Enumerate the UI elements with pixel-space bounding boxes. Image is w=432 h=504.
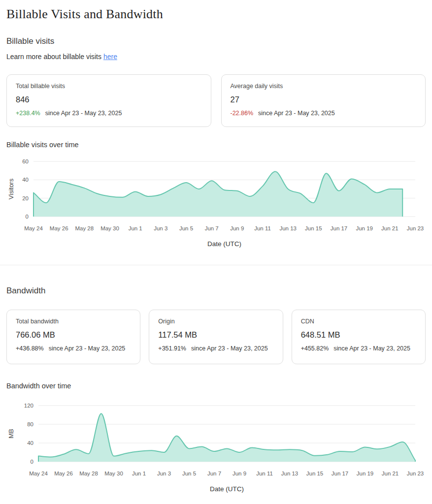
billable-visits-heading: Billable visits bbox=[6, 36, 426, 46]
page-title: Billable Visits and Bandwidth bbox=[6, 7, 426, 22]
learn-more-prefix: Learn more about billable visits bbox=[6, 53, 103, 61]
y-axis-title: MB bbox=[7, 429, 15, 439]
area-fill bbox=[33, 172, 402, 217]
svg-text:May 28: May 28 bbox=[75, 225, 94, 231]
svg-text:Jun 15: Jun 15 bbox=[306, 471, 324, 476]
delta-percent: +436.88% bbox=[16, 345, 44, 352]
card-label: Origin bbox=[158, 318, 273, 325]
svg-text:Jun 23: Jun 23 bbox=[407, 471, 424, 476]
svg-text:Jun 13: Jun 13 bbox=[281, 471, 299, 476]
svg-text:Jun 9: Jun 9 bbox=[230, 225, 244, 231]
delta-range: since Apr 23 - May 23, 2025 bbox=[191, 345, 268, 352]
delta-percent: +351.91% bbox=[158, 345, 186, 352]
visits-cards-row: Total billable visits 846 +238.4%since A… bbox=[6, 74, 426, 127]
billable-visits-chart: 0204060May 24May 26May 28May 30Jun 1Jun … bbox=[6, 156, 426, 252]
bandwidth-chart: 04080120May 24May 26May 28May 30Jun 1Jun… bbox=[6, 397, 426, 496]
bandwidth-cards-row: Total bandwidth 766.06 MB +436.88%since … bbox=[6, 310, 426, 364]
svg-text:40: 40 bbox=[22, 177, 29, 183]
total-bandwidth-card: Total bandwidth 766.06 MB +436.88%since … bbox=[6, 310, 140, 364]
cdn-bandwidth-card: CDN 648.51 MB +455.82%since Apr 23 - May… bbox=[292, 310, 426, 364]
svg-text:Jun 1: Jun 1 bbox=[132, 471, 146, 476]
x-axis-title: Date (UTC) bbox=[207, 240, 241, 248]
card-value: 117.54 MB bbox=[158, 330, 273, 340]
x-axis-title: Date (UTC) bbox=[210, 485, 244, 493]
svg-text:Jun 1: Jun 1 bbox=[129, 225, 142, 231]
svg-text:Jun 17: Jun 17 bbox=[331, 225, 348, 231]
svg-text:May 30: May 30 bbox=[100, 225, 119, 231]
svg-text:May 28: May 28 bbox=[79, 471, 98, 476]
y-tick-labels: 04080120 bbox=[24, 403, 33, 465]
dashboard-page: Billable Visits and Bandwidth Billable v… bbox=[0, 7, 432, 504]
area-fill bbox=[38, 413, 415, 462]
delta-percent: +455.82% bbox=[301, 345, 329, 352]
bandwidth-heading: Bandwidth bbox=[6, 286, 426, 296]
card-label: Total billable visits bbox=[16, 83, 202, 90]
svg-text:Jun 7: Jun 7 bbox=[205, 225, 219, 231]
y-tick-labels: 0204060 bbox=[22, 158, 29, 220]
card-delta: +351.91%since Apr 23 - May 23, 2025 bbox=[158, 345, 273, 352]
svg-text:Jun 23: Jun 23 bbox=[407, 225, 424, 231]
svg-text:Jun 9: Jun 9 bbox=[233, 471, 246, 476]
card-delta: -22.86%since Apr 23 - May 23, 2025 bbox=[231, 110, 417, 117]
svg-text:Jun 5: Jun 5 bbox=[182, 471, 196, 476]
card-value: 766.06 MB bbox=[16, 330, 131, 340]
svg-text:Jun 3: Jun 3 bbox=[157, 471, 171, 476]
card-label: CDN bbox=[301, 318, 416, 325]
card-value: 648.51 MB bbox=[301, 330, 416, 340]
svg-text:May 26: May 26 bbox=[50, 225, 68, 231]
svg-text:60: 60 bbox=[22, 158, 29, 164]
svg-text:40: 40 bbox=[27, 440, 33, 446]
visits-chart-title: Billable visits over time bbox=[6, 141, 426, 149]
svg-text:May 24: May 24 bbox=[29, 471, 48, 476]
y-axis-title: Visitors bbox=[7, 178, 15, 199]
svg-text:Jun 11: Jun 11 bbox=[256, 471, 273, 476]
card-delta: +436.88%since Apr 23 - May 23, 2025 bbox=[16, 345, 131, 352]
svg-text:May 26: May 26 bbox=[54, 471, 73, 476]
average-daily-visits-card: Average daily visits 27 -22.86%since Apr… bbox=[221, 74, 426, 127]
svg-text:Jun 15: Jun 15 bbox=[305, 225, 322, 231]
svg-text:Jun 3: Jun 3 bbox=[154, 225, 167, 231]
svg-text:May 24: May 24 bbox=[24, 225, 43, 231]
card-label: Average daily visits bbox=[231, 83, 417, 90]
card-value: 846 bbox=[16, 95, 202, 104]
svg-text:Jun 7: Jun 7 bbox=[207, 471, 221, 476]
card-value: 27 bbox=[231, 95, 417, 104]
total-billable-visits-card: Total billable visits 846 +238.4%since A… bbox=[6, 74, 211, 127]
delta-range: since Apr 23 - May 23, 2025 bbox=[333, 345, 410, 352]
svg-text:80: 80 bbox=[27, 421, 33, 427]
svg-text:0: 0 bbox=[31, 459, 33, 465]
svg-text:20: 20 bbox=[22, 195, 29, 201]
bandwidth-chart-title: Bandwidth over time bbox=[6, 382, 426, 390]
card-delta: +455.82%since Apr 23 - May 23, 2025 bbox=[301, 345, 416, 352]
learn-more-text: Learn more about billable visits here bbox=[6, 53, 426, 61]
x-tick-labels: May 24May 26May 28May 30Jun 1Jun 3Jun 5J… bbox=[24, 225, 424, 231]
learn-more-link[interactable]: here bbox=[103, 53, 117, 61]
svg-text:Jun 13: Jun 13 bbox=[279, 225, 297, 231]
svg-text:Jun 21: Jun 21 bbox=[381, 225, 399, 231]
delta-range: since Apr 23 - May 23, 2025 bbox=[45, 110, 122, 117]
svg-text:May 30: May 30 bbox=[104, 471, 123, 476]
delta-range: since Apr 23 - May 23, 2025 bbox=[49, 345, 126, 352]
svg-text:0: 0 bbox=[26, 214, 29, 220]
svg-text:120: 120 bbox=[24, 403, 33, 409]
svg-text:Jun 19: Jun 19 bbox=[357, 471, 374, 476]
delta-range: since Apr 23 - May 23, 2025 bbox=[258, 110, 335, 117]
delta-percent: +238.4% bbox=[16, 110, 40, 117]
svg-text:Jun 17: Jun 17 bbox=[332, 471, 349, 476]
x-tick-labels: May 24May 26May 28May 30Jun 1Jun 3Jun 5J… bbox=[29, 471, 424, 476]
svg-text:Jun 5: Jun 5 bbox=[179, 225, 193, 231]
svg-text:Jun 19: Jun 19 bbox=[356, 225, 373, 231]
svg-text:Jun 21: Jun 21 bbox=[382, 471, 399, 476]
delta-percent: -22.86% bbox=[231, 110, 254, 117]
card-label: Total bandwidth bbox=[16, 318, 131, 325]
section-divider bbox=[0, 265, 432, 265]
origin-bandwidth-card: Origin 117.54 MB +351.91%since Apr 23 - … bbox=[149, 310, 283, 364]
card-delta: +238.4%since Apr 23 - May 23, 2025 bbox=[16, 110, 202, 117]
svg-text:Jun 11: Jun 11 bbox=[254, 225, 271, 231]
